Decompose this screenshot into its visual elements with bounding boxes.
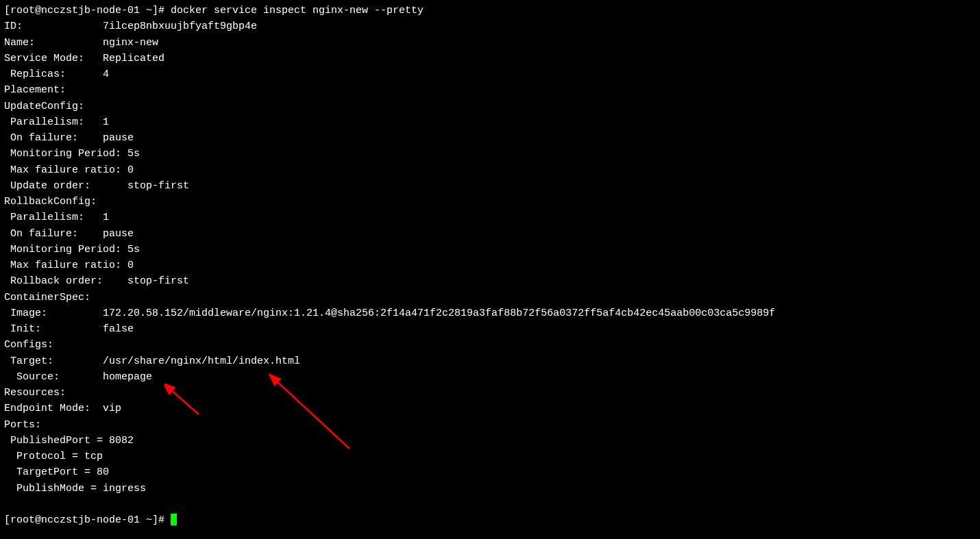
prompt-line-1: [root@ncczstjb-node-01 ~]# docker servic… bbox=[4, 3, 976, 18]
prompt-line-2[interactable]: [root@ncczstjb-node-01 ~]# bbox=[4, 512, 976, 528]
u-maxfail-label: Max failure ratio: bbox=[4, 164, 127, 176]
container-spec-line: ContainerSpec: bbox=[4, 290, 976, 305]
mode-line: Service Mode: Replicated bbox=[4, 51, 976, 66]
init-label: Init: bbox=[4, 323, 103, 335]
image-label: Image: bbox=[4, 308, 103, 319]
id-line: ID: 7ilcep8nbxuujbfyaft9gbp4e bbox=[4, 18, 976, 34]
r-order-label: Rollback order: bbox=[4, 275, 127, 287]
init-value: false bbox=[103, 323, 134, 335]
r-onfailure-label: On failure: bbox=[4, 228, 103, 240]
published-port-line: PublishedPort = 8082 bbox=[4, 433, 976, 449]
mode-label: Service Mode: bbox=[4, 53, 103, 64]
publish-mode-line: PublishMode = ingress bbox=[4, 481, 976, 497]
name-label: Name: bbox=[4, 37, 103, 49]
source-label: Source: bbox=[4, 371, 103, 383]
r-onfailure-line: On failure: pause bbox=[4, 226, 976, 242]
u-maxfail-value: 0 bbox=[127, 164, 134, 176]
prompt-prefix: [root@ncczstjb-node-01 ~]# bbox=[4, 5, 171, 16]
r-monitoring-line: Monitoring Period: 5s bbox=[4, 242, 976, 258]
ports-line: Ports: bbox=[4, 417, 976, 433]
replicas-value: 4 bbox=[103, 68, 109, 80]
init-line: Init: false bbox=[4, 321, 976, 337]
u-parallelism-label: Parallelism: bbox=[4, 116, 103, 128]
u-onfailure-line: On failure: pause bbox=[4, 130, 976, 146]
u-monitoring-value: 5s bbox=[127, 148, 140, 160]
replicas-line: Replicas: 4 bbox=[4, 66, 976, 82]
u-parallelism-value: 1 bbox=[103, 116, 109, 128]
prompt-prefix-2: [root@ncczstjb-node-01 ~]# bbox=[4, 514, 171, 526]
mode-value: Replicated bbox=[103, 53, 164, 64]
name-line: Name: nginx-new bbox=[4, 35, 976, 51]
target-value: /usr/share/nginx/html/index.html bbox=[103, 355, 300, 367]
name-value: nginx-new bbox=[103, 37, 158, 49]
u-order-value: stop-first bbox=[127, 180, 189, 192]
r-monitoring-label: Monitoring Period: bbox=[4, 244, 127, 255]
configs-line: Configs: bbox=[4, 337, 976, 353]
u-monitoring-label: Monitoring Period: bbox=[4, 148, 127, 160]
blank-line-2 bbox=[4, 497, 976, 512]
r-parallelism-value: 1 bbox=[103, 212, 109, 223]
r-maxfail-value: 0 bbox=[127, 260, 134, 271]
r-parallelism-label: Parallelism: bbox=[4, 212, 103, 223]
update-config-line: UpdateConfig: bbox=[4, 99, 976, 114]
r-maxfail-line: Max failure ratio: 0 bbox=[4, 258, 976, 273]
source-value: homepage bbox=[103, 371, 152, 383]
endpoint-label: Endpoint Mode: bbox=[4, 403, 103, 414]
r-parallelism-line: Parallelism: 1 bbox=[4, 210, 976, 225]
u-monitoring-line: Monitoring Period: 5s bbox=[4, 146, 976, 162]
protocol-line: Protocol = tcp bbox=[4, 449, 976, 464]
replicas-label: Replicas: bbox=[4, 68, 103, 80]
rollback-config-line: RollbackConfig: bbox=[4, 194, 976, 210]
u-order-label: Update order: bbox=[4, 180, 127, 192]
command-text: docker service inspect nginx-new --prett… bbox=[171, 5, 424, 16]
r-onfailure-value: pause bbox=[103, 228, 134, 240]
r-order-line: Rollback order: stop-first bbox=[4, 273, 976, 289]
endpoint-value: vip bbox=[103, 403, 121, 414]
placement-line: Placement: bbox=[4, 82, 976, 98]
u-maxfail-line: Max failure ratio: 0 bbox=[4, 162, 976, 178]
r-order-value: stop-first bbox=[127, 275, 189, 287]
target-line: Target: /usr/share/nginx/html/index.html bbox=[4, 353, 976, 369]
r-maxfail-label: Max failure ratio: bbox=[4, 260, 127, 271]
u-parallelism-line: Parallelism: 1 bbox=[4, 114, 976, 130]
u-order-line: Update order: stop-first bbox=[4, 178, 976, 194]
cursor-icon bbox=[171, 514, 177, 525]
endpoint-line: Endpoint Mode: vip bbox=[4, 401, 976, 416]
image-value: 172.20.58.152/middleware/nginx:1.21.4@sh… bbox=[103, 308, 775, 319]
target-port-line: TargetPort = 80 bbox=[4, 464, 976, 480]
u-onfailure-value: pause bbox=[103, 132, 134, 144]
source-line: Source: homepage bbox=[4, 369, 976, 385]
r-monitoring-value: 5s bbox=[127, 244, 140, 255]
target-label: Target: bbox=[4, 355, 103, 367]
id-value: 7ilcep8nbxuujbfyaft9gbp4e bbox=[103, 21, 257, 32]
resources-line: Resources: bbox=[4, 385, 976, 401]
image-line: Image: 172.20.58.152/middleware/nginx:1.… bbox=[4, 305, 976, 321]
u-onfailure-label: On failure: bbox=[4, 132, 103, 144]
id-label: ID: bbox=[4, 21, 103, 32]
